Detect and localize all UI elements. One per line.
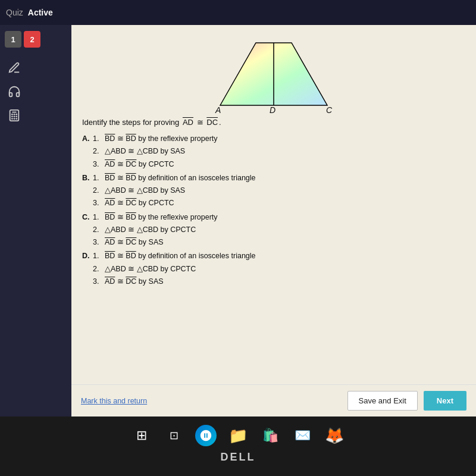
question-text: Identify the steps for proving AD ≅ DC.	[82, 118, 465, 127]
answer-choices: A. 1. BD ≅ BD by the reflexive property …	[82, 133, 465, 288]
calculator-icon[interactable]	[5, 106, 24, 125]
top-bar: Quiz Active	[0, 0, 476, 25]
active-label: Active	[28, 8, 53, 17]
sidebar: 1 2	[0, 25, 71, 416]
mail-icon[interactable]: ✉️	[292, 425, 313, 446]
store-icon[interactable]: 🛍️	[259, 425, 281, 446]
taskbar-icons: ⊞ ⊡ 📁 🛍️ ✉️ 🦊	[131, 425, 345, 446]
tab-2-button[interactable]: 2	[24, 31, 40, 48]
choice-d[interactable]: D. 1. BD ≅ BD by definition of an isosce…	[82, 250, 465, 288]
choice-c-steps: 1. BD ≅ BD by the reflexive property 2. …	[93, 211, 218, 249]
tab-1-button[interactable]: 1	[5, 31, 21, 48]
pencil-icon[interactable]	[5, 58, 24, 77]
taskbar: ⊞ ⊡ 📁 🛍️ ✉️ 🦊 DELL	[0, 416, 476, 476]
main-content: A D C Identify the steps for proving AD …	[71, 25, 476, 416]
mark-return-link[interactable]: Mark this and return	[81, 397, 147, 405]
choice-a-letter: A.	[82, 133, 93, 145]
choice-a[interactable]: A. 1. BD ≅ BD by the reflexive property …	[82, 133, 465, 171]
choice-a-steps: 1. BD ≅ BD by the reflexive property 2. …	[93, 133, 218, 171]
windows-start-icon[interactable]: ⊞	[131, 425, 152, 446]
quiz-label: Quiz	[6, 8, 23, 17]
svg-text:D: D	[270, 105, 275, 114]
headphone-icon[interactable]	[5, 82, 24, 101]
choice-d-letter: D.	[82, 250, 93, 262]
choice-c[interactable]: C. 1. BD ≅ BD by the reflexive property …	[82, 211, 465, 249]
bottom-bar: Mark this and return Save and Exit Next	[71, 384, 476, 416]
bottom-buttons: Save and Exit Next	[347, 391, 466, 411]
svg-text:C: C	[326, 105, 333, 114]
choice-d-steps: 1. BD ≅ BD by definition of an isosceles…	[93, 250, 256, 288]
folder-icon[interactable]: 📁	[227, 425, 249, 446]
edge-icon[interactable]	[195, 425, 217, 446]
firefox-icon[interactable]: 🦊	[324, 425, 345, 446]
target-segment-dc: DC	[206, 118, 218, 127]
choice-c-letter: C.	[82, 211, 93, 224]
choice-b[interactable]: B. 1. BD ≅ BD by definition of an isosce…	[82, 172, 465, 210]
next-button[interactable]: Next	[424, 391, 466, 411]
choice-b-steps: 1. BD ≅ BD by definition of an isosceles…	[93, 172, 256, 210]
save-exit-button[interactable]: Save and Exit	[347, 391, 418, 411]
choice-b-letter: B.	[82, 172, 93, 184]
tab-buttons: 1 2	[5, 31, 40, 48]
svg-text:A: A	[215, 105, 221, 114]
search-taskbar-icon[interactable]: ⊡	[163, 425, 184, 446]
diagram-area: A D C	[82, 31, 465, 114]
dell-logo: DELL	[221, 451, 256, 464]
target-segment: AD	[183, 118, 193, 127]
